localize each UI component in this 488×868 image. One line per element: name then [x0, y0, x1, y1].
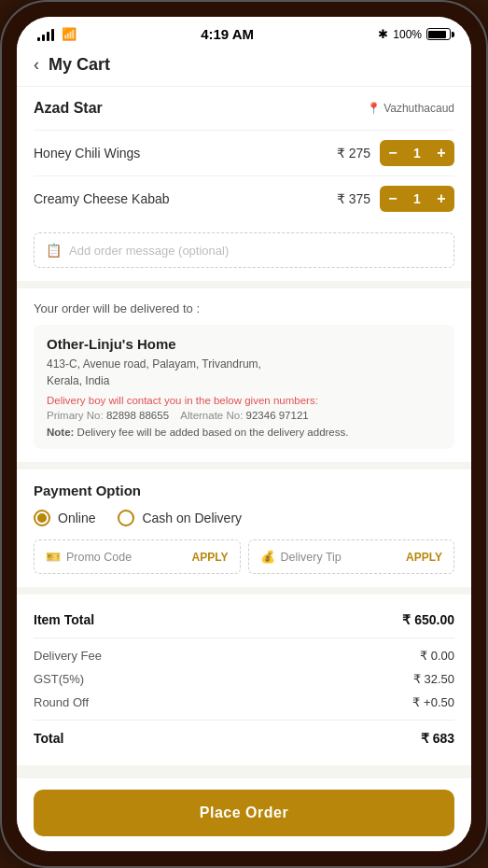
primary-label: Primary No:	[47, 410, 104, 421]
promo-apply-button[interactable]: APPLY	[192, 551, 229, 564]
bill-row-total: Total ₹ 683	[34, 726, 454, 750]
tip-left: 💰 Delivery Tip	[260, 550, 342, 564]
delivery-warning: Delivery boy will contact you in the bel…	[47, 395, 441, 406]
address-line2: Kerala, India	[47, 374, 109, 387]
promo-tip-row: 🎫 Promo Code APPLY 💰 Delivery Tip APPLY	[34, 539, 454, 574]
promo-box[interactable]: 🎫 Promo Code APPLY	[34, 539, 241, 574]
qty-control-0: − 1 +	[380, 140, 454, 166]
qty-value-1: 1	[406, 191, 428, 206]
promo-left: 🎫 Promo Code	[46, 550, 132, 564]
tip-icon: 💰	[260, 550, 275, 564]
bill-value-roundoff: ₹ +0.50	[412, 695, 454, 709]
place-order-button[interactable]: Place Order	[34, 790, 454, 836]
payment-cod-label: Cash on Delivery	[142, 511, 242, 525]
bill-row-gst: GST(5%) ₹ 32.50	[34, 667, 454, 691]
address-title: Other-Linju's Home	[47, 336, 441, 352]
cart-card: Azad Star 📍 Vazhuthacaud Honey Chili Win…	[17, 87, 471, 288]
item-right-0: ₹ 275 − 1 +	[337, 140, 454, 166]
item-price-0: ₹ 275	[337, 146, 370, 161]
bill-value-delivery-fee: ₹ 0.00	[420, 649, 454, 663]
qty-decrease-1[interactable]: −	[380, 186, 406, 212]
cart-item-1: Creamy Cheese Kabab ₹ 375 − 1 +	[34, 175, 454, 221]
payment-option-cod[interactable]: Cash on Delivery	[118, 510, 242, 526]
place-order-bar: Place Order	[17, 778, 471, 851]
qty-increase-0[interactable]: +	[428, 140, 454, 166]
bill-value-item-total: ₹ 650.00	[402, 612, 454, 627]
bill-divider	[34, 637, 454, 638]
payment-title: Payment Option	[34, 483, 454, 498]
promo-icon: 🎫	[46, 550, 61, 564]
item-right-1: ₹ 375 − 1 +	[337, 186, 454, 212]
tip-box[interactable]: 💰 Delivery Tip APPLY	[248, 539, 455, 574]
qty-decrease-0[interactable]: −	[380, 140, 406, 166]
bill-row-item-total: Item Total ₹ 650.00	[34, 608, 454, 632]
payment-option-online[interactable]: Online	[34, 510, 95, 526]
address-line1: 413-C, Avenue road, Palayam, Trivandrum,	[47, 357, 261, 371]
qty-value-0: 1	[406, 146, 428, 161]
tip-apply-button[interactable]: APPLY	[406, 551, 442, 564]
radio-online[interactable]	[34, 510, 50, 526]
location-tag: 📍 Vazhuthacaud	[367, 102, 454, 115]
cart-item-0: Honey Chili Wings ₹ 275 − 1 +	[34, 130, 454, 175]
message-icon: 📋	[46, 243, 62, 258]
delivery-section-label: Your order will be delivered to :	[34, 301, 454, 315]
location-pin-icon: 📍	[367, 102, 381, 115]
delivery-address-box: Other-Linju's Home 413-C, Avenue road, P…	[34, 325, 454, 449]
payment-options: Online Cash on Delivery	[34, 510, 454, 526]
note-text: Delivery fee will be added based on the …	[77, 427, 349, 438]
header: ‹ My Cart	[17, 48, 471, 87]
phone-frame: 📶 4:19 AM ✱ 100% ‹ My Cart Azad Star	[0, 0, 488, 868]
bill-card: Item Total ₹ 650.00 Delivery Fee ₹ 0.00 …	[17, 595, 471, 765]
restaurant-row: Azad Star 📍 Vazhuthacaud	[34, 100, 454, 117]
bluetooth-icon: ✱	[378, 27, 388, 41]
status-time: 4:19 AM	[201, 26, 254, 42]
order-message-box[interactable]: 📋 Add order message (optional)	[34, 232, 454, 268]
scroll-content: Azad Star 📍 Vazhuthacaud Honey Chili Win…	[17, 87, 471, 778]
phone-numbers: Primary No: 82898 88655 Alternate No: 92…	[47, 410, 441, 421]
bill-row-delivery-fee: Delivery Fee ₹ 0.00	[34, 644, 454, 667]
status-left: 📶	[37, 27, 77, 41]
status-right: ✱ 100%	[378, 27, 451, 41]
restaurant-name: Azad Star	[34, 100, 103, 117]
payment-online-label: Online	[58, 511, 95, 525]
address-detail: 413-C, Avenue road, Palayam, Trivandrum,…	[47, 356, 441, 389]
qty-control-1: − 1 +	[380, 186, 454, 212]
radio-cod[interactable]	[118, 510, 134, 526]
bill-label-item-total: Item Total	[34, 612, 94, 627]
page-title: My Cart	[49, 55, 110, 75]
payment-card: Payment Option Online Cash on Delivery	[17, 469, 471, 595]
item-name-0: Honey Chili Wings	[34, 146, 140, 161]
primary-number: 82898 88655	[106, 410, 169, 421]
note-bold: Note:	[47, 427, 74, 438]
bill-value-total: ₹ 683	[421, 731, 454, 746]
back-button[interactable]: ‹	[34, 55, 39, 75]
alternate-number: 92346 97121	[246, 410, 309, 421]
bill-label-roundoff: Round Off	[34, 695, 89, 709]
bill-label-total: Total	[34, 731, 63, 746]
bill-value-gst: ₹ 32.50	[413, 672, 454, 686]
alternate-label: Alternate No:	[180, 410, 243, 421]
battery-percent: 100%	[393, 28, 422, 41]
promo-label: Promo Code	[66, 551, 132, 564]
signal-bars-icon	[37, 28, 54, 41]
bill-divider-2	[34, 720, 454, 721]
delivery-note: Note: Delivery fee will be added based o…	[47, 427, 441, 438]
status-bar: 📶 4:19 AM ✱ 100%	[17, 17, 471, 48]
delivery-card: Your order will be delivered to : Other-…	[17, 288, 471, 469]
wifi-icon: 📶	[62, 27, 77, 41]
item-name-1: Creamy Cheese Kabab	[34, 191, 170, 206]
bill-label-delivery-fee: Delivery Fee	[34, 649, 102, 663]
bill-label-gst: GST(5%)	[34, 672, 84, 686]
item-price-1: ₹ 375	[337, 191, 370, 206]
battery-icon	[426, 28, 451, 40]
order-message-placeholder: Add order message (optional)	[69, 244, 229, 258]
tip-label: Delivery Tip	[281, 551, 342, 564]
qty-increase-1[interactable]: +	[428, 186, 454, 212]
bill-row-roundoff: Round Off ₹ +0.50	[34, 691, 454, 714]
phone-inner: 📶 4:19 AM ✱ 100% ‹ My Cart Azad Star	[17, 17, 471, 851]
restaurant-location: Vazhuthacaud	[383, 102, 454, 115]
